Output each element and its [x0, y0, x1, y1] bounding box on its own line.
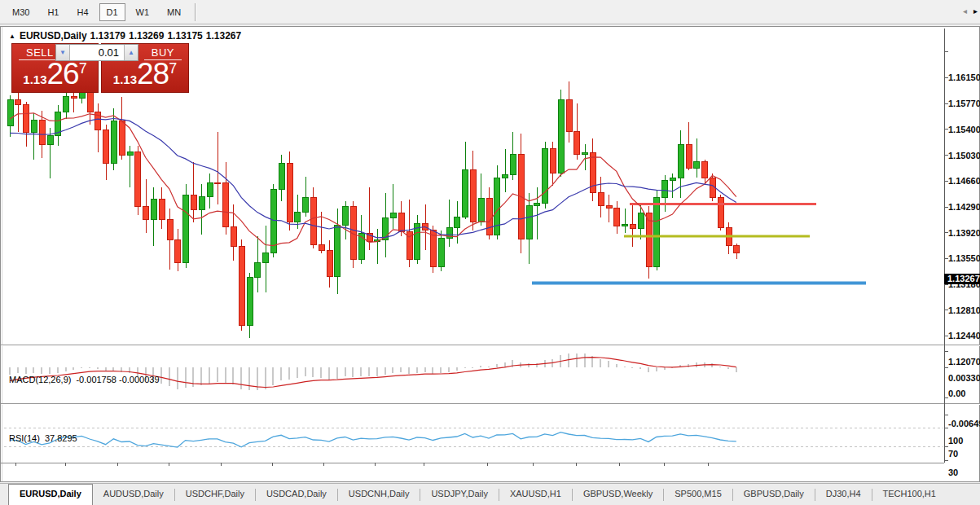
chart-tab-usdcnh-daily[interactable]: USDCNH,Daily — [338, 484, 420, 505]
quote-close: 1.13267 — [206, 30, 241, 42]
chart-window: ▲EURUSD,Daily1.131791.132691.131751.1326… — [0, 26, 980, 482]
rsi-tick-label: 70 — [948, 449, 980, 459]
chart-canvas[interactable] — [1, 27, 980, 483]
chart-tab-tech100-h1[interactable]: TECH100,H1 — [872, 484, 947, 505]
quote-low: 1.13175 — [167, 30, 202, 42]
chart-tab-audusd-daily[interactable]: AUDUSD,Daily — [93, 484, 174, 505]
chart-tab-gbpusd-daily[interactable]: GBPUSD,Daily — [733, 484, 815, 505]
quote-open: 1.13179 — [90, 30, 125, 42]
macd-tick-label: -0.00649 — [948, 419, 980, 428]
tab-scroll-arrows: ◂ ▸ — [963, 0, 978, 22]
rsi-layer — [4, 428, 943, 447]
chart-tab-usdchf-daily[interactable]: USDCHF,Daily — [175, 484, 255, 505]
timeframe-button-h4[interactable]: H4 — [69, 3, 95, 21]
toolbar-separator — [195, 3, 196, 21]
chart-title: ▲EURUSD,Daily1.131791.132691.131751.1326… — [9, 30, 244, 42]
macd-tick-label: 0.003306 — [948, 373, 980, 383]
candles-layer — [7, 81, 866, 338]
tab-scroll-left-icon[interactable]: ◂ — [963, 7, 967, 15]
chart-tab-sp500-m15[interactable]: SP500,M15 — [664, 484, 732, 505]
price-tick-label: 1.13550 — [948, 253, 980, 263]
chart-tab-bar: EURUSD,DailyAUDUSD,DailyUSDCHF,DailyUSDC… — [0, 483, 980, 505]
macd-layer — [9, 354, 737, 390]
buy-price: 1.13287 — [102, 60, 188, 88]
price-tick-label: 1.15770 — [948, 99, 980, 108]
rsi-label: RSI(14)37.8295 — [9, 433, 77, 443]
volume-decrease-icon[interactable]: ▼ — [56, 45, 70, 60]
tab-scroll-right-icon[interactable]: ▸ — [973, 7, 978, 15]
price-tick-label: 1.14290 — [948, 202, 980, 212]
price-tick-label: 1.16150 — [948, 72, 980, 82]
price-tick-label: 1.12070 — [948, 357, 980, 367]
price-tick-label: 1.13920 — [948, 228, 980, 238]
symbol-label: EURUSD,Daily — [20, 30, 87, 42]
sell-price: 1.13267 — [12, 60, 98, 88]
current-price-badge: 1.13267 — [944, 274, 980, 284]
price-tick-label: 1.14660 — [948, 176, 980, 186]
timeframe-button-d1[interactable]: D1 — [99, 3, 125, 21]
timeframe-button-h1[interactable]: H1 — [40, 3, 66, 21]
volume-widget: ▼ 0.01 ▲ — [55, 44, 138, 61]
timeframe-button-mn[interactable]: MN — [160, 3, 188, 21]
chart-tab-usdjpy-daily[interactable]: USDJPY,Daily — [420, 484, 499, 505]
timeframe-button-m30[interactable]: M30 — [5, 3, 37, 21]
timeframe-toolbar: M30H1H4D1W1MN — [0, 0, 980, 24]
price-tick-label: 1.15400 — [948, 125, 980, 134]
macd-tick-label: 0.00 — [948, 389, 980, 398]
price-tick-label: 1.12810 — [948, 305, 980, 315]
chart-tab-dj30-h4[interactable]: DJ30,H4 — [815, 484, 872, 505]
price-tick-label: 1.15030 — [948, 151, 980, 160]
collapse-triangle-icon: ▲ — [9, 33, 15, 40]
one-click-trade-panel: SELL 1.13267 BUY 1.13287 ▼ 0.01 ▲ — [11, 43, 189, 93]
timeframe-button-w1[interactable]: W1 — [129, 3, 157, 21]
volume-increase-icon[interactable]: ▲ — [124, 45, 138, 60]
rsi-tick-label: 30 — [948, 468, 980, 477]
rsi-tick-label: 100 — [948, 436, 980, 446]
macd-label: MACD(12,26,9)-0.001758 -0.000039 — [9, 375, 160, 384]
chart-tab-eurusd-daily[interactable]: EURUSD,Daily — [8, 484, 93, 505]
chart-tab-xauusd-h1[interactable]: XAUUSD,H1 — [499, 484, 572, 505]
chart-tab-gbpusd-weekly[interactable]: GBPUSD,Weekly — [573, 484, 663, 505]
price-tick-label: 1.12440 — [948, 331, 980, 340]
volume-input[interactable]: 0.01 — [70, 45, 124, 60]
chart-tab-usdcad-daily[interactable]: USDCAD,Daily — [256, 484, 337, 505]
mt4-window: M30H1H4D1W1MN ▲EURUSD,Daily1.131791.1326… — [0, 0, 980, 505]
quote-high: 1.13269 — [129, 30, 164, 42]
